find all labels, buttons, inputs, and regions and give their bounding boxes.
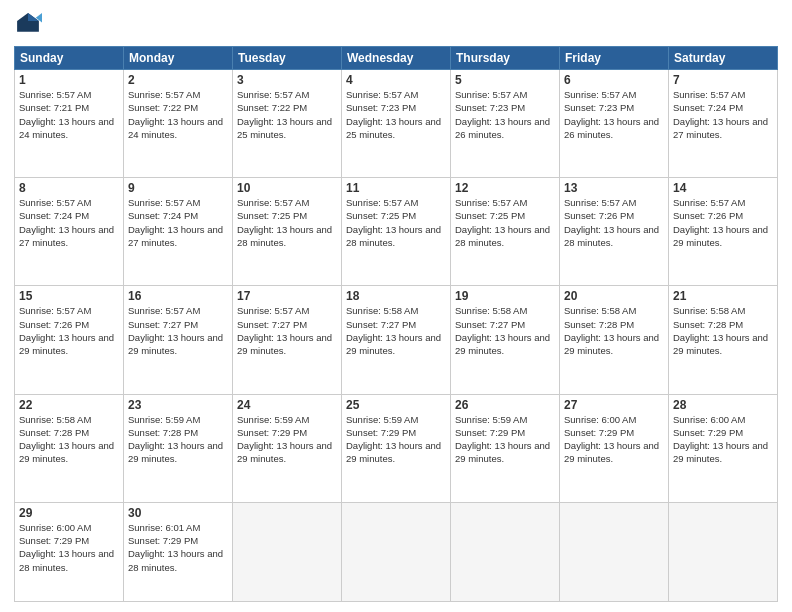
calendar-day-22: 22 Sunrise: 5:58 AM Sunset: 7:28 PM Dayl… [15, 394, 124, 502]
calendar-day-17: 17 Sunrise: 5:57 AM Sunset: 7:27 PM Dayl… [233, 286, 342, 394]
calendar-header-sunday: Sunday [15, 47, 124, 70]
calendar-empty [342, 502, 451, 601]
calendar: SundayMondayTuesdayWednesdayThursdayFrid… [14, 46, 778, 602]
calendar-empty [233, 502, 342, 601]
day-number: 13 [564, 181, 664, 195]
day-number: 4 [346, 73, 446, 87]
calendar-day-12: 12 Sunrise: 5:57 AM Sunset: 7:25 PM Dayl… [451, 178, 560, 286]
calendar-day-1: 1 Sunrise: 5:57 AM Sunset: 7:21 PM Dayli… [15, 70, 124, 178]
page: SundayMondayTuesdayWednesdayThursdayFrid… [0, 0, 792, 612]
day-info: Sunrise: 5:59 AM Sunset: 7:29 PM Dayligh… [455, 413, 555, 466]
day-info: Sunrise: 5:58 AM Sunset: 7:27 PM Dayligh… [455, 304, 555, 357]
day-info: Sunrise: 5:57 AM Sunset: 7:25 PM Dayligh… [346, 196, 446, 249]
calendar-day-8: 8 Sunrise: 5:57 AM Sunset: 7:24 PM Dayli… [15, 178, 124, 286]
calendar-day-25: 25 Sunrise: 5:59 AM Sunset: 7:29 PM Dayl… [342, 394, 451, 502]
day-number: 22 [19, 398, 119, 412]
day-number: 28 [673, 398, 773, 412]
day-info: Sunrise: 5:57 AM Sunset: 7:23 PM Dayligh… [455, 88, 555, 141]
calendar-header-thursday: Thursday [451, 47, 560, 70]
calendar-empty [451, 502, 560, 601]
day-info: Sunrise: 5:58 AM Sunset: 7:28 PM Dayligh… [673, 304, 773, 357]
calendar-header-friday: Friday [560, 47, 669, 70]
day-number: 18 [346, 289, 446, 303]
day-info: Sunrise: 6:01 AM Sunset: 7:29 PM Dayligh… [128, 521, 228, 574]
calendar-week-4: 22 Sunrise: 5:58 AM Sunset: 7:28 PM Dayl… [15, 394, 778, 502]
calendar-day-4: 4 Sunrise: 5:57 AM Sunset: 7:23 PM Dayli… [342, 70, 451, 178]
day-info: Sunrise: 5:57 AM Sunset: 7:24 PM Dayligh… [128, 196, 228, 249]
day-number: 5 [455, 73, 555, 87]
day-number: 9 [128, 181, 228, 195]
calendar-empty [669, 502, 778, 601]
day-number: 20 [564, 289, 664, 303]
calendar-day-30: 30 Sunrise: 6:01 AM Sunset: 7:29 PM Dayl… [124, 502, 233, 601]
calendar-day-21: 21 Sunrise: 5:58 AM Sunset: 7:28 PM Dayl… [669, 286, 778, 394]
day-info: Sunrise: 5:57 AM Sunset: 7:27 PM Dayligh… [128, 304, 228, 357]
day-info: Sunrise: 5:59 AM Sunset: 7:29 PM Dayligh… [237, 413, 337, 466]
calendar-day-19: 19 Sunrise: 5:58 AM Sunset: 7:27 PM Dayl… [451, 286, 560, 394]
day-info: Sunrise: 6:00 AM Sunset: 7:29 PM Dayligh… [564, 413, 664, 466]
calendar-day-28: 28 Sunrise: 6:00 AM Sunset: 7:29 PM Dayl… [669, 394, 778, 502]
calendar-day-6: 6 Sunrise: 5:57 AM Sunset: 7:23 PM Dayli… [560, 70, 669, 178]
calendar-day-7: 7 Sunrise: 5:57 AM Sunset: 7:24 PM Dayli… [669, 70, 778, 178]
day-info: Sunrise: 5:57 AM Sunset: 7:26 PM Dayligh… [19, 304, 119, 357]
day-info: Sunrise: 5:58 AM Sunset: 7:28 PM Dayligh… [564, 304, 664, 357]
calendar-day-20: 20 Sunrise: 5:58 AM Sunset: 7:28 PM Dayl… [560, 286, 669, 394]
day-number: 7 [673, 73, 773, 87]
calendar-day-10: 10 Sunrise: 5:57 AM Sunset: 7:25 PM Dayl… [233, 178, 342, 286]
day-info: Sunrise: 5:57 AM Sunset: 7:23 PM Dayligh… [564, 88, 664, 141]
day-number: 1 [19, 73, 119, 87]
day-number: 2 [128, 73, 228, 87]
day-number: 24 [237, 398, 337, 412]
calendar-header-row: SundayMondayTuesdayWednesdayThursdayFrid… [15, 47, 778, 70]
calendar-week-1: 1 Sunrise: 5:57 AM Sunset: 7:21 PM Dayli… [15, 70, 778, 178]
calendar-day-27: 27 Sunrise: 6:00 AM Sunset: 7:29 PM Dayl… [560, 394, 669, 502]
day-number: 21 [673, 289, 773, 303]
day-number: 19 [455, 289, 555, 303]
calendar-week-3: 15 Sunrise: 5:57 AM Sunset: 7:26 PM Dayl… [15, 286, 778, 394]
calendar-week-2: 8 Sunrise: 5:57 AM Sunset: 7:24 PM Dayli… [15, 178, 778, 286]
day-info: Sunrise: 5:57 AM Sunset: 7:22 PM Dayligh… [237, 88, 337, 141]
day-info: Sunrise: 5:57 AM Sunset: 7:27 PM Dayligh… [237, 304, 337, 357]
calendar-day-26: 26 Sunrise: 5:59 AM Sunset: 7:29 PM Dayl… [451, 394, 560, 502]
logo [14, 10, 46, 38]
calendar-week-5: 29 Sunrise: 6:00 AM Sunset: 7:29 PM Dayl… [15, 502, 778, 601]
day-info: Sunrise: 5:57 AM Sunset: 7:26 PM Dayligh… [564, 196, 664, 249]
calendar-header-saturday: Saturday [669, 47, 778, 70]
calendar-day-15: 15 Sunrise: 5:57 AM Sunset: 7:26 PM Dayl… [15, 286, 124, 394]
day-number: 26 [455, 398, 555, 412]
day-number: 10 [237, 181, 337, 195]
calendar-day-16: 16 Sunrise: 5:57 AM Sunset: 7:27 PM Dayl… [124, 286, 233, 394]
day-info: Sunrise: 5:57 AM Sunset: 7:22 PM Dayligh… [128, 88, 228, 141]
calendar-day-3: 3 Sunrise: 5:57 AM Sunset: 7:22 PM Dayli… [233, 70, 342, 178]
calendar-header-wednesday: Wednesday [342, 47, 451, 70]
day-number: 14 [673, 181, 773, 195]
header [14, 10, 778, 38]
day-number: 16 [128, 289, 228, 303]
day-number: 3 [237, 73, 337, 87]
calendar-day-2: 2 Sunrise: 5:57 AM Sunset: 7:22 PM Dayli… [124, 70, 233, 178]
day-info: Sunrise: 5:57 AM Sunset: 7:26 PM Dayligh… [673, 196, 773, 249]
day-number: 23 [128, 398, 228, 412]
day-info: Sunrise: 5:59 AM Sunset: 7:29 PM Dayligh… [346, 413, 446, 466]
calendar-day-13: 13 Sunrise: 5:57 AM Sunset: 7:26 PM Dayl… [560, 178, 669, 286]
calendar-day-11: 11 Sunrise: 5:57 AM Sunset: 7:25 PM Dayl… [342, 178, 451, 286]
day-number: 6 [564, 73, 664, 87]
calendar-header-tuesday: Tuesday [233, 47, 342, 70]
calendar-day-24: 24 Sunrise: 5:59 AM Sunset: 7:29 PM Dayl… [233, 394, 342, 502]
day-info: Sunrise: 5:58 AM Sunset: 7:28 PM Dayligh… [19, 413, 119, 466]
day-info: Sunrise: 5:57 AM Sunset: 7:24 PM Dayligh… [673, 88, 773, 141]
day-number: 12 [455, 181, 555, 195]
calendar-day-29: 29 Sunrise: 6:00 AM Sunset: 7:29 PM Dayl… [15, 502, 124, 601]
calendar-day-18: 18 Sunrise: 5:58 AM Sunset: 7:27 PM Dayl… [342, 286, 451, 394]
calendar-empty [560, 502, 669, 601]
day-number: 11 [346, 181, 446, 195]
day-number: 17 [237, 289, 337, 303]
day-number: 15 [19, 289, 119, 303]
day-info: Sunrise: 5:57 AM Sunset: 7:25 PM Dayligh… [237, 196, 337, 249]
logo-icon [14, 10, 42, 38]
calendar-day-9: 9 Sunrise: 5:57 AM Sunset: 7:24 PM Dayli… [124, 178, 233, 286]
day-info: Sunrise: 5:57 AM Sunset: 7:23 PM Dayligh… [346, 88, 446, 141]
day-number: 25 [346, 398, 446, 412]
day-info: Sunrise: 5:57 AM Sunset: 7:21 PM Dayligh… [19, 88, 119, 141]
day-info: Sunrise: 6:00 AM Sunset: 7:29 PM Dayligh… [19, 521, 119, 574]
